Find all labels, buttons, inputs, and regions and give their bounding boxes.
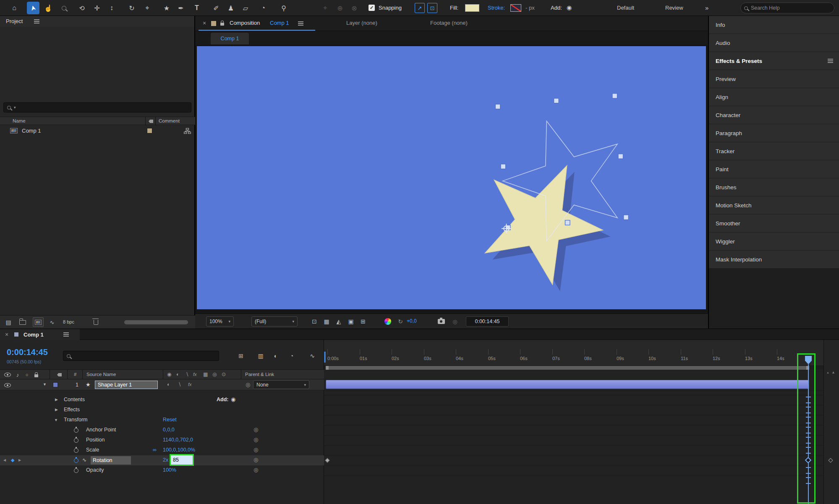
- panel-menu-icon[interactable]: [34, 19, 39, 24]
- stroke-label[interactable]: Stroke:: [488, 5, 505, 11]
- stroke-width-value[interactable]: - px: [525, 5, 535, 11]
- contents-group-row[interactable]: ▶ Contents Add: ◉: [0, 395, 324, 405]
- timeline-search[interactable]: [63, 351, 219, 361]
- chevron-right-icon[interactable]: ▶: [55, 397, 58, 402]
- pickwhip-icon[interactable]: ◎: [254, 436, 258, 443]
- project-search[interactable]: ▾: [3, 102, 191, 112]
- workspace-overflow[interactable]: »: [705, 4, 708, 11]
- panel-tab-align[interactable]: Align: [709, 88, 839, 106]
- clone-stamp-tool-icon[interactable]: ♟: [225, 2, 237, 14]
- previous-keyframe-icon[interactable]: ◀: [3, 458, 6, 462]
- stopwatch-icon[interactable]: [74, 467, 79, 473]
- position-row[interactable]: Position 1140,0,702,0 ◎: [0, 435, 324, 445]
- keyframe-toggle-icon[interactable]: ◆: [11, 457, 14, 463]
- panel-tab-audio[interactable]: Audio: [709, 34, 839, 52]
- horizontal-scrollbar[interactable]: [124, 320, 188, 324]
- property-value[interactable]: 100,0,100,0%: [163, 447, 195, 453]
- panel-tab-motion-sketch[interactable]: Motion Sketch: [709, 196, 839, 214]
- exposure-offset-value[interactable]: +0,0: [407, 318, 417, 324]
- effects-label[interactable]: Effects: [64, 407, 80, 413]
- fill-color-swatch[interactable]: [465, 4, 479, 12]
- time-ruler[interactable]: 0:00s 01s 02s 03s 04s 05s 06s 07s 08s 09…: [324, 340, 823, 366]
- home-icon[interactable]: ⌂: [8, 2, 21, 14]
- opacity-row[interactable]: Opacity 100% ◎: [0, 465, 324, 475]
- stroke-color-swatch[interactable]: [510, 4, 521, 12]
- layer-color-swatch[interactable]: [53, 382, 58, 387]
- layer-duration-bar[interactable]: [326, 380, 809, 389]
- new-composition-icon[interactable]: [33, 317, 44, 327]
- pen-tool-icon[interactable]: ✒: [175, 2, 187, 14]
- mask-visibility-icon[interactable]: ◭: [333, 316, 344, 326]
- workspace-review[interactable]: Review: [665, 5, 683, 11]
- waveform-icon[interactable]: ∿: [48, 318, 56, 326]
- selection-tool-icon[interactable]: ➤: [27, 2, 39, 14]
- layer-expand-chevron-icon[interactable]: ▼: [43, 382, 47, 386]
- transform-label[interactable]: Transform: [64, 417, 88, 423]
- layer-fx-switch-icon[interactable]: fx: [188, 382, 192, 387]
- chevron-down-icon[interactable]: ▼: [54, 418, 58, 422]
- work-area-bar[interactable]: [326, 366, 809, 370]
- label-color-swatch[interactable]: [147, 128, 152, 133]
- new-folder-icon[interactable]: [18, 318, 27, 326]
- layer-row[interactable]: ▼ 1 ★ Shape Layer 1 ◐ ∖ fx ◎ None▾: [0, 379, 324, 390]
- workspace-default[interactable]: Default: [617, 5, 634, 11]
- chevron-right-icon[interactable]: ▶: [55, 407, 58, 412]
- eraser-tool-icon[interactable]: ▱: [239, 2, 252, 14]
- zoom-select[interactable]: 100%▾: [206, 316, 234, 326]
- project-item-row[interactable]: Comp 1: [0, 125, 195, 136]
- pan-camera-tool-icon[interactable]: ✛: [91, 2, 103, 14]
- panel-tab-wiggler[interactable]: Wiggler: [709, 232, 839, 250]
- help-search[interactable]: [740, 3, 834, 13]
- property-value[interactable]: 100%: [163, 467, 176, 473]
- rotation-row[interactable]: ◀ ◆ ▶ ∿ Rotation 2x ◎: [0, 455, 324, 465]
- stopwatch-icon[interactable]: [74, 437, 79, 443]
- draft-3d-icon[interactable]: ▥: [255, 351, 266, 361]
- panel-tab-paragraph[interactable]: Paragraph: [709, 124, 839, 142]
- grid-guides-icon[interactable]: ▦: [321, 316, 332, 326]
- add-keyframe-button[interactable]: [828, 458, 833, 462]
- zoom-in-mountain-icon[interactable]: ▲: [831, 370, 835, 374]
- composition-canvas[interactable]: [197, 46, 706, 309]
- pickwhip-icon[interactable]: ◎: [254, 426, 258, 433]
- transform-group-row[interactable]: ▼ Transform Reset: [0, 415, 324, 425]
- property-value[interactable]: 1140,0,702,0: [163, 437, 193, 443]
- viewer-tab-footage[interactable]: Footage (none): [430, 20, 468, 26]
- brush-tool-icon[interactable]: ✐: [210, 2, 222, 14]
- snapping-checkbox[interactable]: ✓: [369, 5, 375, 11]
- layer-name-box[interactable]: Shape Layer 1: [95, 381, 158, 389]
- puppet-pin-tool-icon[interactable]: ⚲: [277, 2, 290, 14]
- bit-depth-button[interactable]: 8 bpc: [63, 319, 74, 324]
- anchor-point-row[interactable]: Anchor Point 0,0,0 ◎: [0, 425, 324, 435]
- reset-exposure-icon[interactable]: ↻: [396, 316, 405, 326]
- transform-reset-button[interactable]: Reset: [163, 417, 177, 423]
- panel-tab-info[interactable]: Info: [709, 16, 839, 34]
- project-flowchart-icon[interactable]: ▤: [4, 318, 13, 326]
- resolution-select[interactable]: (Full)▾: [251, 316, 298, 326]
- parent-pickwhip-icon[interactable]: ◎: [246, 381, 250, 388]
- snap-option-2-icon[interactable]: ⊡: [427, 3, 437, 13]
- panel-tab-smoother[interactable]: Smoother: [709, 214, 839, 232]
- panel-tab-effects-presets[interactable]: Effects & Presets: [709, 52, 839, 70]
- scale-row[interactable]: Scale ∞ 100,0,100,0% ◎: [0, 445, 324, 455]
- panel-tab-tracker[interactable]: Tracker: [709, 142, 839, 160]
- property-value[interactable]: 0,0,0: [163, 427, 175, 433]
- close-icon[interactable]: ×: [203, 20, 206, 26]
- pan-behind-tool-icon[interactable]: ⌖: [141, 2, 154, 14]
- transparency-grid-icon[interactable]: ⊞: [358, 316, 369, 326]
- orbit-camera-tool-icon[interactable]: ⟲: [76, 2, 88, 14]
- comp-subtab[interactable]: Comp 1: [211, 33, 249, 44]
- hand-tool-icon[interactable]: ☝: [42, 2, 55, 14]
- region-of-interest-icon[interactable]: ▣: [345, 316, 356, 326]
- panel-tab-character[interactable]: Character: [709, 106, 839, 124]
- snapshot-camera-icon[interactable]: [436, 317, 446, 326]
- layer-quality-switch-icon[interactable]: ◐: [167, 381, 170, 387]
- snap-option-1-icon[interactable]: ↗: [415, 3, 425, 13]
- viewer-timecode-box[interactable]: 0:00:14:45: [466, 316, 509, 326]
- motion-blur-icon[interactable]: ◔: [286, 351, 297, 361]
- rotation-value-input[interactable]: [171, 455, 193, 465]
- timeline-search-input[interactable]: [73, 353, 199, 359]
- panel-tab-brushes[interactable]: Brushes: [709, 178, 839, 196]
- project-item-name[interactable]: Comp 1: [22, 128, 41, 134]
- panel-menu-icon[interactable]: [827, 58, 833, 63]
- add-button-icon[interactable]: ◉: [567, 4, 572, 11]
